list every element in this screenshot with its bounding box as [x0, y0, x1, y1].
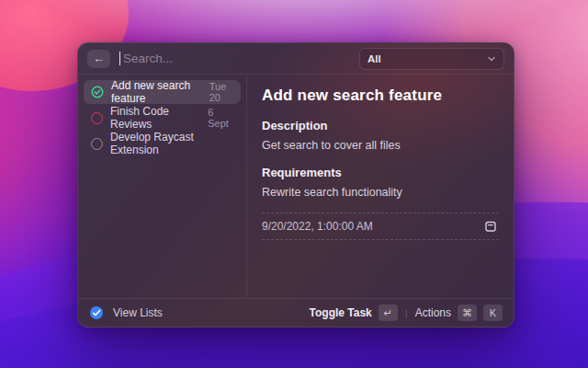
command-title: View Lists: [113, 306, 163, 319]
circle-icon: [91, 112, 103, 124]
due-date-value: 9/20/2022, 1:00:00 AM: [262, 220, 373, 233]
footer-separator: |: [404, 307, 409, 318]
back-arrow-icon: ←: [93, 52, 105, 64]
circle-icon: [91, 138, 103, 150]
filter-dropdown[interactable]: All: [359, 48, 504, 70]
task-row-develop-raycast-extension[interactable]: Develop Raycast Extension: [84, 132, 241, 155]
k-key-icon: K: [483, 305, 503, 321]
task-date: 6 Sept: [208, 107, 233, 129]
content-area: Add new search feature Tue 20 Finish Cod…: [78, 75, 514, 298]
action-bar: View Lists Toggle Task ↵ | Actions ⌘ K: [78, 298, 514, 327]
raycast-window: ← All Add new search feature Tue 20: [77, 42, 514, 328]
back-button[interactable]: ←: [87, 50, 110, 68]
return-key-icon: ↵: [379, 305, 398, 321]
check-circle-icon: [91, 86, 104, 98]
shortcut-hints: Toggle Task ↵ | Actions ⌘ K: [310, 305, 503, 321]
task-row-finish-code-reviews[interactable]: Finish Code Reviews 6 Sept: [84, 106, 241, 130]
view-lists-icon: [89, 305, 104, 320]
task-list: Add new search feature Tue 20 Finish Cod…: [78, 75, 247, 298]
task-date: Tue 20: [209, 81, 233, 103]
search-bar: ← All: [78, 43, 514, 75]
search-field-wrap: [119, 43, 350, 74]
detail-section-requirements: Requirements Rewrite search functionalit…: [262, 166, 499, 199]
chevron-down-icon: [487, 54, 496, 63]
task-row-add-new-search-feature[interactable]: Add new search feature Tue 20: [84, 80, 241, 104]
section-body: Rewrite search functionality: [262, 186, 499, 199]
task-detail: Add new search feature Description Get s…: [247, 75, 514, 298]
actions-button[interactable]: Actions: [415, 306, 451, 319]
calendar-icon[interactable]: [484, 220, 497, 233]
section-heading: Description: [262, 119, 499, 132]
task-label: Develop Raycast Extension: [110, 131, 226, 156]
section-heading: Requirements: [262, 166, 499, 179]
text-caret: [119, 52, 120, 65]
search-input[interactable]: [123, 52, 350, 65]
section-body: Get search to cover all files: [262, 139, 499, 152]
detail-title: Add new search feature: [262, 86, 499, 105]
command-key-icon: ⌘: [458, 305, 477, 321]
toggle-task-button[interactable]: Toggle Task: [310, 306, 372, 319]
detail-section-description: Description Get search to cover all file…: [262, 119, 499, 152]
due-date-field[interactable]: 9/20/2022, 1:00:00 AM: [262, 213, 499, 240]
task-label: Finish Code Reviews: [110, 105, 200, 131]
task-label: Add new search feature: [111, 79, 202, 105]
filter-dropdown-value: All: [368, 53, 381, 64]
